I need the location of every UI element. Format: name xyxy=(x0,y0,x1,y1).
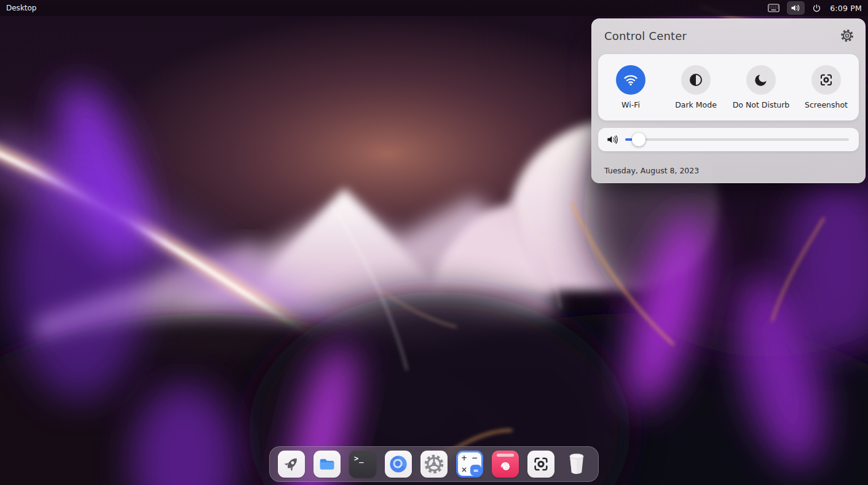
spiral-media-icon xyxy=(497,458,513,474)
calculator-minus: − xyxy=(471,454,478,462)
control-center-title: Control Center xyxy=(604,30,687,42)
dark-mode-label: Dark Mode xyxy=(675,100,717,109)
settings-wheel-icon xyxy=(424,454,444,474)
calculator-equals: = xyxy=(470,465,481,476)
power-icon[interactable] xyxy=(810,1,823,15)
do-not-disturb-label: Do Not Disturb xyxy=(733,100,790,109)
dock-item-screenshot[interactable] xyxy=(527,451,554,478)
wifi-label: Wi-Fi xyxy=(621,100,640,109)
dock-item-settings[interactable] xyxy=(420,451,448,478)
screen: Desktop xyxy=(0,0,868,485)
volume-card xyxy=(598,128,859,151)
gear-icon[interactable] xyxy=(840,29,854,42)
dark-mode-toggle[interactable]: Dark Mode xyxy=(663,65,728,109)
trash-icon xyxy=(564,451,589,477)
control-center-panel: Control Center W xyxy=(591,18,866,183)
dock-item-calculator[interactable]: + − × = xyxy=(456,451,483,478)
speaker-icon xyxy=(607,135,618,144)
volume-slider-thumb[interactable] xyxy=(632,133,645,146)
control-center-header: Control Center xyxy=(591,18,866,42)
top-bar: Desktop xyxy=(0,0,868,16)
wifi-icon xyxy=(616,65,645,95)
screenshot-icon xyxy=(532,455,550,473)
quick-toggles-card: Wi-Fi Dark Mode Do Not Disturb xyxy=(598,54,859,120)
volume-slider[interactable] xyxy=(625,133,849,146)
dock-item-launcher[interactable] xyxy=(278,451,305,478)
folder-icon xyxy=(318,455,336,473)
dock-item-media[interactable] xyxy=(492,451,519,478)
moon-icon xyxy=(746,65,776,95)
calculator-plus: + xyxy=(461,454,467,462)
media-icon-highlight xyxy=(497,454,514,457)
clock[interactable]: 6:09 PM xyxy=(830,4,862,13)
volume-slider-track[interactable] xyxy=(625,138,849,141)
do-not-disturb-toggle[interactable]: Do Not Disturb xyxy=(728,65,794,109)
dock: >_ + − × = xyxy=(269,446,599,482)
screenshot-label: Screenshot xyxy=(805,100,848,109)
terminal-icon: >_ xyxy=(354,454,364,463)
dock-item-files[interactable] xyxy=(314,451,341,478)
screenshot-icon xyxy=(811,65,841,95)
desktop-label: Desktop xyxy=(6,4,37,12)
wifi-toggle[interactable]: Wi-Fi xyxy=(598,65,663,109)
dark-mode-icon xyxy=(681,65,711,95)
screenshot-toggle[interactable]: Screenshot xyxy=(794,65,859,109)
browser-icon xyxy=(389,454,408,474)
calculator-multiply: × xyxy=(461,466,467,473)
date-text: Tuesday, August 8, 2023 xyxy=(604,166,699,175)
dock-item-terminal[interactable]: >_ xyxy=(349,451,376,478)
dock-item-trash[interactable] xyxy=(563,451,590,478)
volume-icon[interactable] xyxy=(787,1,805,15)
dock-item-browser[interactable] xyxy=(385,451,412,478)
keyboard-icon[interactable] xyxy=(766,1,781,15)
